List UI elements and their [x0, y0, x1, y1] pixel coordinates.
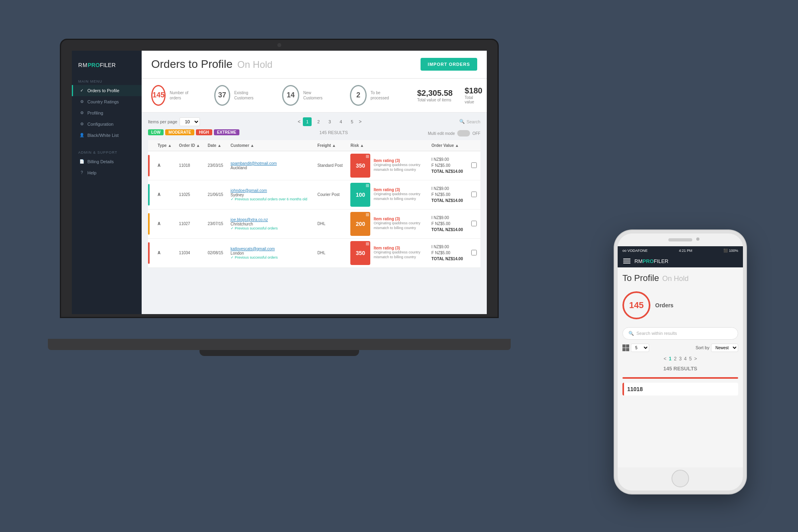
admin-menu-label: Admin & Support — [72, 147, 142, 156]
phone-next-page[interactable]: > — [694, 356, 697, 362]
orders-table: Type ▲ Order ID ▲ Date ▲ Customer ▲ Frei… — [148, 140, 480, 268]
phone-page-3[interactable]: 3 — [679, 356, 682, 362]
ipp-select[interactable]: 10 25 50 — [180, 117, 200, 126]
sidebar-item-orders-to-profile[interactable]: ✓ Orders to Profile — [72, 85, 142, 96]
row-risk: 350 Item rating (3) Originating ipaddres… — [347, 238, 428, 267]
phone-search-icon: 🔍 — [628, 331, 634, 336]
phone-filter-row: 5 10 Sort by Newest Oldest — [622, 344, 738, 352]
table-row[interactable]: A 11025 21/06/15 johndoe@gmail.com Sydne… — [148, 180, 480, 209]
row-customer: katlovescats@gmail.com London ✓ Previous… — [227, 238, 314, 267]
prev-page[interactable]: < — [298, 119, 300, 125]
laptop-camera — [277, 43, 281, 47]
row-risk: 100 Item rating (3) Originating ipaddres… — [347, 180, 428, 209]
row-date: 21/06/15 — [204, 180, 227, 209]
col-order-value[interactable]: Order Value ▲ — [428, 140, 468, 151]
next-page[interactable]: > — [359, 119, 361, 125]
stat-total-value: $2,305.58 Total value of items — [417, 89, 452, 102]
col-date[interactable]: Date ▲ — [204, 140, 227, 151]
col-risk[interactable]: Risk ▲ — [347, 140, 428, 151]
multi-edit-label: Multi edit mode — [428, 131, 455, 136]
col-type[interactable]: Type ▲ — [154, 140, 176, 151]
multi-edit: Multi edit mode OFF — [428, 130, 480, 136]
search-icon: 🔍 — [459, 119, 465, 124]
page-3[interactable]: 3 — [325, 117, 334, 126]
table-row[interactable]: A 11034 02/08/15 katlovescats@gmail.com … — [148, 238, 480, 267]
filter-extreme[interactable]: EXTREME — [214, 129, 239, 135]
row-customer: joe.blogs@xtra.co.nz Christchurch ✓ Prev… — [227, 209, 314, 238]
phone: oo VODAFONE 4:21 PM ⬛ 100% RM PRO FILER … — [614, 230, 746, 494]
config-icon: ⚙ — [79, 122, 84, 127]
page-1[interactable]: 1 — [303, 117, 312, 126]
row-checkbox[interactable] — [468, 238, 480, 267]
phone-page-1[interactable]: 1 — [669, 356, 672, 362]
profiling-icon: ⚙ — [79, 111, 84, 115]
search-box[interactable]: 🔍 Search — [459, 119, 480, 124]
phone-page-5[interactable]: 5 — [689, 356, 692, 362]
row-checkbox[interactable] — [468, 180, 480, 209]
row-type: A — [154, 151, 176, 180]
sidebar-item-profiling[interactable]: ⚙ Profiling — [72, 107, 142, 119]
page-5[interactable]: 5 — [348, 117, 356, 126]
phone-logo-pro: PRO — [642, 258, 654, 264]
row-indicator-cell — [148, 180, 154, 209]
col-customer[interactable]: Customer ▲ — [227, 140, 314, 151]
phone-battery: ⬛ 100% — [723, 249, 738, 253]
sidebar-item-blackwhitelist[interactable]: 👤 Black/White List — [72, 130, 142, 141]
row-customer: johndoe@gmail.com Sydney ✓ Previous succ… — [227, 180, 314, 209]
sidebar-logo: RM PRO FILER — [72, 57, 142, 76]
phone-page-2[interactable]: 2 — [674, 356, 677, 362]
row-freight: DHL — [314, 209, 347, 238]
row-date: 23/07/15 — [204, 209, 227, 238]
phone-search-box[interactable]: 🔍 Search within results — [622, 327, 738, 340]
phone-order-preview[interactable]: 11018 — [622, 383, 738, 396]
new-customers-label: New Customers — [303, 90, 326, 101]
pagination: < 1 2 3 4 5 > — [298, 117, 361, 126]
phone-screen: oo VODAFONE 4:21 PM ⬛ 100% RM PRO FILER … — [618, 246, 743, 467]
existing-label: Existing Customers — [234, 90, 258, 101]
laptop-foot — [200, 350, 359, 356]
sidebar-item-billing[interactable]: 📄 Billing Details — [72, 156, 142, 167]
page-2[interactable]: 2 — [314, 117, 323, 126]
multi-edit-toggle[interactable] — [457, 130, 470, 136]
col-order-id[interactable]: Order ID ▲ — [176, 140, 205, 151]
sidebar-item-help[interactable]: ? Help — [72, 167, 142, 178]
phone-content: To Profile On Hold 145 Orders 🔍 Search w… — [618, 267, 743, 467]
stat-new: 14 New Customers — [282, 85, 326, 106]
stat-orders: 145 Number of orders — [151, 85, 190, 106]
results-count: 145 RESULTS — [320, 130, 348, 135]
row-indicator-cell — [148, 238, 154, 267]
sidebar-item-country-ratings[interactable]: ⚙ Country Ratings — [72, 96, 142, 107]
filter-low[interactable]: LOW — [148, 129, 164, 135]
row-checkbox[interactable] — [468, 151, 480, 180]
row-order-id: 11025 — [176, 180, 205, 209]
phone-page-4[interactable]: 4 — [684, 356, 687, 362]
col-freight[interactable]: Freight ▲ — [314, 140, 347, 151]
logo-filer: FILER — [100, 62, 116, 68]
table-row[interactable]: A 11027 23/07/15 joe.blogs@xtra.co.nz Ch… — [148, 209, 480, 238]
filter-high[interactable]: HIGH — [196, 129, 212, 135]
row-indicator-cell — [148, 151, 154, 180]
row-checkbox[interactable] — [468, 209, 480, 238]
row-freight: Standard Post — [314, 151, 347, 180]
sort-select[interactable]: Newest Oldest — [711, 344, 738, 352]
page-header: Orders to Profile On Hold IMPORT ORDERS — [142, 51, 487, 79]
hamburger-menu[interactable] — [623, 259, 630, 263]
phone-count-select[interactable]: 5 10 — [631, 344, 649, 352]
phone-prev-page[interactable]: < — [664, 356, 666, 362]
import-orders-button[interactable]: IMPORT ORDERS — [421, 58, 477, 71]
phone-home-button[interactable] — [672, 470, 689, 487]
table-row[interactable]: A 11018 23/03/15 spambandit@hotmail.com … — [148, 151, 480, 180]
row-risk: 200 Item rating (3) Originating ipaddres… — [347, 209, 428, 238]
header-title: Orders to Profile On Hold — [151, 58, 273, 71]
laptop: RM PRO FILER Main Menu ✓ Orders to Profi… — [60, 39, 499, 350]
logo-pro: PRO — [88, 62, 100, 68]
stats-bar: 145 Number of orders 37 Existing Custome… — [142, 79, 487, 113]
page-title: Orders to Profile — [151, 58, 233, 71]
phone-results-count: 145 RESULTS — [622, 366, 738, 372]
phone-carrier: oo VODAFONE — [622, 249, 648, 253]
phone-orders-circle: 145 — [622, 291, 650, 319]
filter-moderate[interactable]: MODERATE — [165, 129, 194, 135]
page-4[interactable]: 4 — [336, 117, 345, 126]
sidebar-item-configuration[interactable]: ⚙ Configuration — [72, 119, 142, 130]
logo-rm: RM — [78, 62, 88, 68]
